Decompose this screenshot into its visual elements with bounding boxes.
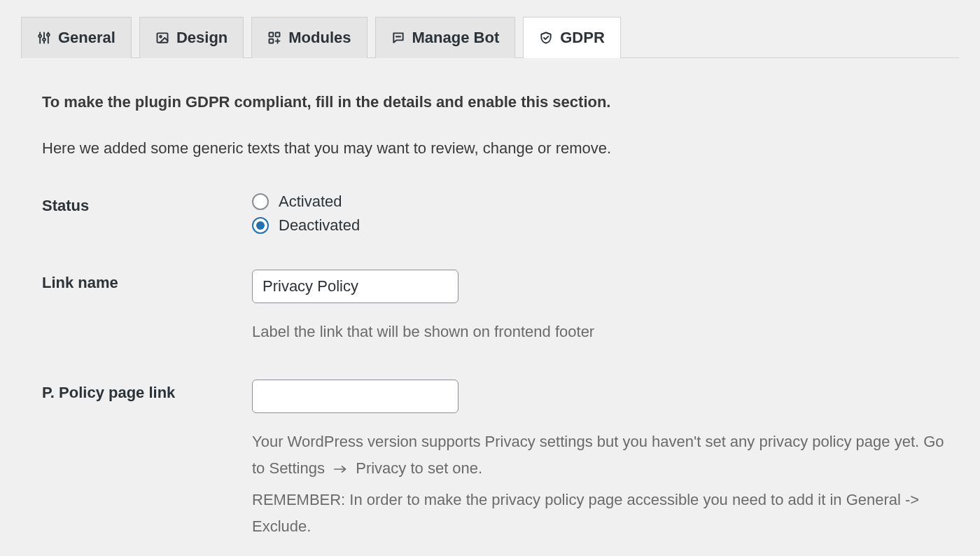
- link-name-label: Link name: [42, 270, 252, 292]
- tab-manage-bot[interactable]: Manage Bot: [375, 17, 516, 58]
- svg-point-13: [396, 36, 397, 37]
- tab-modules[interactable]: Modules: [251, 17, 367, 58]
- tab-label: GDPR: [560, 29, 605, 47]
- svg-point-14: [398, 36, 398, 37]
- settings-tabs: General Design Modules: [21, 0, 959, 58]
- tab-gdpr[interactable]: GDPR: [523, 17, 621, 58]
- shield-icon: [539, 31, 553, 45]
- tab-label: General: [58, 29, 115, 47]
- tab-design[interactable]: Design: [139, 17, 244, 58]
- status-row: Status Activated Deactivated: [42, 193, 959, 235]
- svg-rect-10: [270, 39, 274, 43]
- grid-add-icon: [267, 31, 281, 45]
- status-option-activated: Activated: [279, 193, 342, 211]
- image-icon: [155, 31, 169, 45]
- svg-rect-8: [270, 33, 274, 37]
- sliders-icon: [37, 31, 51, 45]
- tab-label: Design: [176, 29, 227, 47]
- svg-rect-9: [276, 33, 280, 37]
- status-option-deactivated: Deactivated: [279, 216, 360, 235]
- tab-label: Modules: [288, 29, 351, 47]
- svg-point-3: [38, 35, 41, 38]
- status-label: Status: [42, 193, 252, 215]
- status-radio-group: Activated Deactivated: [252, 193, 959, 235]
- svg-point-7: [160, 36, 162, 38]
- tab-general[interactable]: General: [21, 17, 132, 58]
- svg-point-15: [400, 36, 400, 37]
- svg-point-5: [47, 34, 50, 36]
- policy-link-help-2: REMEMBER: In order to make the privacy p…: [252, 487, 959, 539]
- arrow-right-icon: [333, 455, 347, 481]
- gdpr-panel: To make the plugin GDPR compliant, fill …: [21, 93, 959, 539]
- link-name-row: Link name Label the link that will be sh…: [42, 270, 959, 345]
- svg-point-4: [43, 39, 46, 41]
- policy-link-label: P. Policy page link: [42, 380, 252, 402]
- status-radio-activated[interactable]: [252, 193, 269, 210]
- link-name-help: Label the link that will be shown on fro…: [252, 319, 959, 345]
- link-name-input[interactable]: [252, 270, 458, 303]
- status-radio-deactivated[interactable]: [252, 217, 269, 234]
- chat-icon: [391, 31, 405, 45]
- policy-link-help-1: Your WordPress version supports Privacy …: [252, 429, 959, 481]
- policy-link-row: P. Policy page link Your WordPress versi…: [42, 380, 959, 539]
- policy-link-input[interactable]: [252, 380, 458, 413]
- intro-sub: Here we added some generic texts that yo…: [42, 139, 959, 158]
- intro-heading: To make the plugin GDPR compliant, fill …: [42, 93, 959, 111]
- tab-label: Manage Bot: [412, 29, 500, 47]
